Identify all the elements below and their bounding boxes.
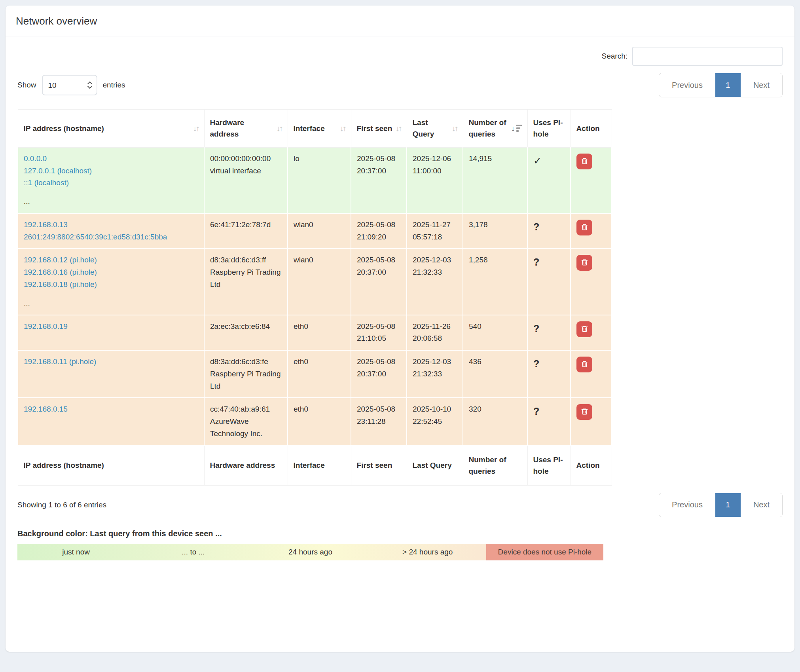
hardware-cell: d8:3a:dd:6c:d3:ff Raspberry Pi Trading L… xyxy=(204,249,288,315)
question-mark-icon: ? xyxy=(533,323,539,334)
ip-link[interactable]: 192.168.0.16 (pi.hole) xyxy=(24,266,198,279)
action-cell xyxy=(571,398,612,445)
column-header-first-seen[interactable]: First seen ↓↑ xyxy=(351,110,407,148)
ip-cell: 0.0.0.0 127.0.0.1 (localhost) ::1 (local… xyxy=(18,147,204,213)
question-mark-icon: ? xyxy=(533,256,539,268)
table-body: 0.0.0.0 127.0.0.1 (localhost) ::1 (local… xyxy=(18,147,612,445)
card-header: Network overview xyxy=(6,6,794,36)
delete-device-button[interactable] xyxy=(576,255,592,271)
column-header-last-query[interactable]: Last Query ↓↑ xyxy=(407,110,463,148)
mac-address: cc:47:40:ab:a9:61 xyxy=(210,403,282,416)
table-row: 192.168.0.11 (pi.hole) d8:3a:dd:6c:d3:fe… xyxy=(18,350,612,398)
interface-cell: wlan0 xyxy=(288,249,351,315)
legend-item-no-pihole: Device does not use Pi-hole xyxy=(486,544,603,560)
uses-pihole-cell: ? xyxy=(527,213,571,249)
vendor: Raspberry Pi Trading Ltd xyxy=(210,368,282,393)
uses-pihole-cell: ? xyxy=(527,350,571,398)
card-body: Search: Show 10 entries xyxy=(6,36,794,571)
column-header-uses-pihole: Uses Pi-hole xyxy=(527,110,571,148)
trash-icon xyxy=(581,325,588,334)
action-cell xyxy=(571,350,612,398)
column-header-action: Action xyxy=(571,110,612,148)
next-page-button[interactable]: Next xyxy=(741,493,782,517)
length-row: Show 10 entries Previous 1 xyxy=(17,73,783,97)
entries-info: Showing 1 to 6 of 6 entries xyxy=(17,501,106,509)
table-row: 192.168.0.13 2601:249:8802:6540:39c1:ed5… xyxy=(18,213,612,249)
info-row: Showing 1 to 6 of 6 entries Previous 1 N… xyxy=(17,493,783,517)
header-row: IP address (hostname) ↓↑ Hardware addres… xyxy=(18,110,612,148)
previous-page-button[interactable]: Previous xyxy=(659,73,715,97)
current-page-button[interactable]: 1 xyxy=(715,73,741,97)
action-cell xyxy=(571,213,612,249)
trash-icon xyxy=(581,360,588,369)
delete-device-button[interactable] xyxy=(576,321,592,337)
ip-link[interactable]: 0.0.0.0 xyxy=(24,153,198,165)
pagination-bottom: Previous 1 Next xyxy=(659,493,783,517)
footer-header-row: IP address (hostname) Hardware address I… xyxy=(18,446,612,485)
delete-device-button[interactable] xyxy=(576,154,592,169)
num-queries-cell: 3,178 xyxy=(463,213,527,249)
last-query-cell: 2025-11-27 05:57:18 xyxy=(407,213,463,249)
uses-pihole-cell: ? xyxy=(527,315,571,351)
legend-item-24h: 24 hours ago xyxy=(252,544,369,560)
page-title: Network overview xyxy=(16,15,784,27)
action-cell xyxy=(571,315,612,351)
ip-cell: 192.168.0.12 (pi.hole) 192.168.0.16 (pi.… xyxy=(18,249,204,315)
legend-gradient: just now ... to ... 24 hours ago > 24 ho… xyxy=(17,544,486,560)
interface-cell: eth0 xyxy=(288,398,351,445)
interface-cell: eth0 xyxy=(288,315,351,351)
footer-header-last-query: Last Query xyxy=(407,446,463,485)
vendor: Raspberry Pi Trading Ltd xyxy=(210,266,282,291)
ip-link[interactable]: 192.168.0.13 xyxy=(24,219,198,231)
column-header-num-queries[interactable]: Number of queries ↓ xyxy=(463,110,527,148)
num-queries-cell: 436 xyxy=(463,350,527,398)
column-header-hardware[interactable]: Hardware address ↓↑ xyxy=(204,110,288,148)
delete-device-button[interactable] xyxy=(576,220,592,235)
last-query-cell: 2025-12-06 11:00:00 xyxy=(407,147,463,213)
legend-title: Background color: Last query from this d… xyxy=(17,529,783,538)
num-queries-cell: 1,258 xyxy=(463,249,527,315)
sort-icon: ↓↑ xyxy=(193,122,199,135)
footer-header-uses-pihole: Uses Pi-hole xyxy=(527,446,571,485)
ip-link[interactable]: 192.168.0.15 xyxy=(24,403,198,416)
next-page-button[interactable]: Next xyxy=(741,73,782,97)
delete-device-button[interactable] xyxy=(576,404,592,420)
question-mark-icon: ? xyxy=(533,358,539,369)
mac-address: d8:3a:dd:6c:d3:ff xyxy=(210,254,282,266)
trash-icon xyxy=(581,408,588,416)
column-header-interface[interactable]: Interface ↓↑ xyxy=(288,110,351,148)
last-query-cell: 2025-12-03 21:32:33 xyxy=(407,350,463,398)
search-row: Search: xyxy=(17,47,783,66)
ip-link[interactable]: ::1 (localhost) xyxy=(24,177,198,189)
footer-header-num-queries: Number of queries xyxy=(463,446,527,485)
mac-address: d8:3a:dd:6c:d3:fe xyxy=(210,356,282,368)
uses-pihole-cell: ? xyxy=(527,249,571,315)
network-overview-card: Network overview Search: Show 10 xyxy=(6,6,794,652)
hardware-cell: d8:3a:dd:6c:d3:fe Raspberry Pi Trading L… xyxy=(204,350,288,398)
hardware-cell: 6e:41:71:2e:78:7d xyxy=(204,213,288,249)
ip-link[interactable]: 192.168.0.12 (pi.hole) xyxy=(24,254,198,266)
table-row: 0.0.0.0 127.0.0.1 (localhost) ::1 (local… xyxy=(18,147,612,213)
column-header-ip[interactable]: IP address (hostname) ↓↑ xyxy=(18,110,204,148)
footer-header-hardware: Hardware address xyxy=(204,446,288,485)
sort-icon: ↓↑ xyxy=(452,122,457,135)
last-query-cell: 2025-12-03 21:32:33 xyxy=(407,249,463,315)
hardware-cell: cc:47:40:ab:a9:61 AzureWave Technology I… xyxy=(204,398,288,445)
table-row: 192.168.0.15 cc:47:40:ab:a9:61 AzureWave… xyxy=(18,398,612,445)
legend-bar: just now ... to ... 24 hours ago > 24 ho… xyxy=(17,544,603,560)
ip-link[interactable]: 192.168.0.11 (pi.hole) xyxy=(24,356,198,368)
interface-cell: wlan0 xyxy=(288,213,351,249)
page-size-select[interactable]: 10 xyxy=(42,75,97,95)
ip-link[interactable]: 2601:249:8802:6540:39c1:ed58:d31c:5bba xyxy=(24,231,198,243)
ip-link[interactable]: 192.168.0.18 (pi.hole) xyxy=(24,279,198,291)
show-label: Show xyxy=(17,81,36,89)
ip-link[interactable]: 192.168.0.19 xyxy=(24,321,198,333)
ip-link[interactable]: 127.0.0.1 (localhost) xyxy=(24,165,198,177)
pagination-top: Previous 1 Next xyxy=(659,73,783,97)
search-input[interactable] xyxy=(632,47,783,66)
previous-page-button[interactable]: Previous xyxy=(659,493,715,517)
more-ips-ellipsis: ... xyxy=(24,297,198,309)
trash-icon xyxy=(581,258,588,267)
current-page-button[interactable]: 1 xyxy=(715,493,741,517)
delete-device-button[interactable] xyxy=(576,357,592,372)
